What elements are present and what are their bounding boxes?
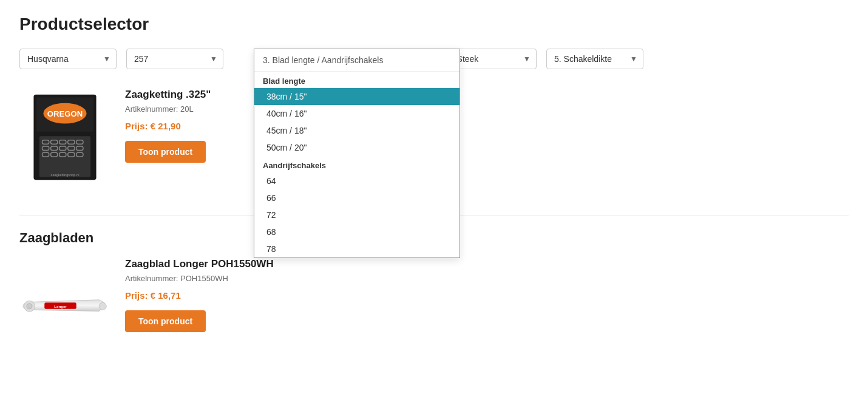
- model-select[interactable]: 257: [126, 49, 223, 69]
- merk-select[interactable]: Husqvarna: [19, 49, 117, 69]
- svg-point-22: [27, 304, 32, 309]
- page-title: Productselector: [19, 15, 849, 34]
- zaagketting-info: Zaagketting .325" Artikelnummer: 20L Pri…: [125, 89, 849, 163]
- zaagketting-show-button[interactable]: Toon product: [125, 141, 206, 163]
- drive-option-68[interactable]: 68: [254, 223, 459, 240]
- blade-option-50[interactable]: 50cm / 20": [254, 139, 459, 156]
- dropdown-title: 3. Blad lengte / Aandrijfschakels: [254, 49, 459, 72]
- selector-model[interactable]: 257 ▼ 3. Blad lengte / Aandrijfschakels …: [126, 49, 223, 69]
- sku-label: Artikelnummer:: [125, 274, 178, 283]
- drive-option-72[interactable]: 72: [254, 206, 459, 223]
- selector-schakeldikte[interactable]: 5. Schakeldikte ▼: [546, 49, 643, 69]
- selector-merk[interactable]: Husqvarna ▼: [19, 49, 117, 69]
- price-label: Prijs:: [125, 290, 148, 301]
- price-amount: € 21,90: [151, 121, 181, 131]
- zaagblad-show-button[interactable]: Toon product: [125, 310, 206, 332]
- blade-option-38[interactable]: 38cm / 15": [254, 88, 459, 105]
- svg-text:OREGON: OREGON: [47, 109, 83, 118]
- drive-option-64[interactable]: 64: [254, 172, 459, 189]
- price-amount: € 16,71: [151, 290, 181, 301]
- sku-label: Artikelnummer:: [125, 104, 178, 114]
- sku-value: 20L: [180, 104, 194, 114]
- blade-option-45[interactable]: 45cm / 18": [254, 122, 459, 139]
- price-label: Prijs:: [125, 121, 148, 131]
- group-label-blade: Blad lengte: [254, 72, 459, 88]
- zaagketting-price: Prijs: € 21,90: [125, 121, 849, 131]
- drive-option-78[interactable]: 78: [254, 240, 459, 257]
- zaagblad-image: Longer: [19, 258, 110, 355]
- zaagblad-sku: Artikelnummer: POH1550WH: [125, 274, 849, 283]
- group-label-drive: Aandrijfschakels: [254, 156, 459, 172]
- zaagketting-image: OREGON: [19, 89, 110, 186]
- drive-option-66[interactable]: 66: [254, 189, 459, 206]
- zaagblad-price: Prijs: € 16,71: [125, 290, 849, 301]
- svg-text:Longer: Longer: [54, 305, 67, 308]
- zaagblad-product-card: Longer Zaagblad Longer POH1550WH Artikel…: [19, 258, 849, 355]
- zaagketting-name: Zaagketting .325": [125, 89, 849, 101]
- sku-value: POH1550WH: [180, 274, 228, 283]
- blade-length-dropdown: 3. Blad lengte / Aandrijfschakels Blad l…: [254, 49, 460, 258]
- svg-text:zaagkettingshop.nl: zaagkettingshop.nl: [51, 173, 80, 177]
- zaagblad-info: Zaagblad Longer POH1550WH Artikelnummer:…: [125, 258, 849, 332]
- zaagblad-name: Zaagblad Longer POH1550WH: [125, 258, 849, 270]
- selectors-row: Husqvarna ▼ 257 ▼ 3. Blad lengte / Aandr…: [19, 49, 849, 69]
- zaagketting-sku: Artikelnummer: 20L: [125, 104, 849, 114]
- blade-option-40[interactable]: 40cm / 16": [254, 105, 459, 122]
- svg-point-25: [99, 302, 106, 310]
- schakeldikte-select[interactable]: 5. Schakeldikte: [546, 49, 643, 69]
